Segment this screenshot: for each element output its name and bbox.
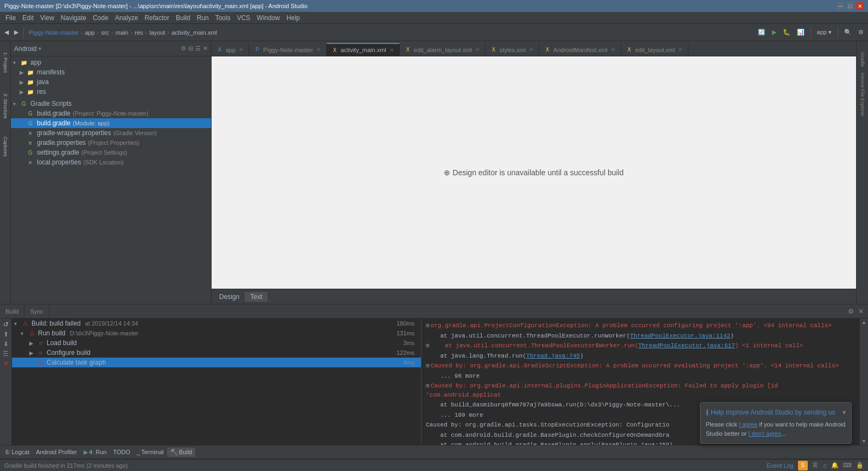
menu-help[interactable]: Help xyxy=(283,12,303,24)
tree-item-gradle-scripts[interactable]: ▾ G Gradle Scripts xyxy=(11,99,211,109)
scroll-up-btn[interactable]: ▲ xyxy=(860,319,868,326)
breadcrumb-item-7[interactable]: activity_main.xml xyxy=(171,29,217,36)
sidebar-captures-tab[interactable]: Captures xyxy=(1,130,10,163)
tab-app-close[interactable]: ✕ xyxy=(238,46,244,53)
tab-edit-alarm[interactable]: X edit_alarm_layout.xml ✕ xyxy=(400,43,486,56)
minimize-button[interactable]: ─ xyxy=(837,2,844,10)
android-profiler-btn[interactable]: Android Profiler xyxy=(33,448,80,456)
close-button[interactable]: ✕ xyxy=(856,2,864,10)
tab-piggy-note-master[interactable]: P Piggy-Note-master ✕ xyxy=(249,43,327,56)
scroll-down-btn[interactable]: ▼ xyxy=(860,437,868,445)
toolbar-sync-btn[interactable]: 🔄 xyxy=(756,26,768,40)
sidebar-project-tab[interactable]: 1: Project xyxy=(1,43,10,81)
tab-activity-main-close[interactable]: ✕ xyxy=(388,47,395,54)
bottom-tab-build[interactable]: Build xyxy=(0,304,24,319)
tab-manifest-icon: X xyxy=(544,46,551,54)
search-btn[interactable]: 🔍 xyxy=(842,26,854,40)
build-filter-icon[interactable]: ☰ xyxy=(3,350,9,358)
tree-item-build-gradle-app[interactable]: G build.gradle (Module: app) xyxy=(11,118,211,128)
tab-edit-layout[interactable]: X edit_layout.xml ✕ xyxy=(621,43,688,56)
tab-piggy-close[interactable]: ✕ xyxy=(315,46,322,53)
tab-android-manifest[interactable]: X AndroidManifest.xml ✕ xyxy=(539,43,621,56)
project-settings-icon[interactable]: ☰ xyxy=(195,45,201,52)
device-file-explorer-btn[interactable]: Device File Explorer xyxy=(860,78,865,111)
tab-alarm-close[interactable]: ✕ xyxy=(474,46,481,53)
maximize-button[interactable]: □ xyxy=(846,2,854,10)
build-tab-label: Build xyxy=(5,308,18,315)
build-item-load-build[interactable]: ▶ ○ Load build 3ms xyxy=(12,338,421,348)
terminal-tab-btn[interactable]: _ Terminal xyxy=(133,448,167,456)
project-sync-icon[interactable]: ⚙ xyxy=(181,45,186,52)
app-selector[interactable]: app ▾ xyxy=(815,26,834,40)
menu-file[interactable]: File xyxy=(2,12,19,24)
tab-app[interactable]: A app ✕ xyxy=(212,43,249,56)
menu-run[interactable]: Run xyxy=(194,12,212,24)
tab-activity-main[interactable]: X activity_main.xml ✕ xyxy=(327,43,400,56)
notification-agree-link[interactable]: I agree xyxy=(739,421,757,428)
menu-refactor[interactable]: Refactor xyxy=(142,12,173,24)
back-button[interactable]: ◀ xyxy=(2,26,11,40)
log-line-2: at java.lang.Thread.run(Thread.java:745) xyxy=(424,351,857,361)
event-log-btn[interactable]: Event Log xyxy=(767,462,794,469)
build-scroll-top-icon[interactable]: ⬆ xyxy=(3,330,9,338)
tree-item-build-gradle-project[interactable]: G build.gradle (Project: Piggy-Note-mast… xyxy=(11,109,211,118)
breadcrumb-item-6[interactable]: layout xyxy=(149,29,165,36)
build-item-run-build[interactable]: ▾ ⚠ Run build D:\dx3\Piggy-Note-master 1… xyxy=(12,328,421,338)
tab-styles-close[interactable]: ✕ xyxy=(528,46,534,53)
breadcrumb-item-1[interactable]: Piggy-Note-master xyxy=(29,29,79,36)
toolbar-debug-btn[interactable]: 🐛 xyxy=(781,26,793,40)
project-collapse-icon[interactable]: ⊟ xyxy=(188,45,193,52)
tree-item-java[interactable]: ▶ 📁 java xyxy=(11,77,211,87)
bottom-close-icon[interactable]: ✕ xyxy=(857,307,865,316)
build-item-failed[interactable]: ▾ ⚠ Build: build failed at 2019/12/14 14… xyxy=(12,319,421,328)
design-tab-design[interactable]: Design xyxy=(214,292,245,302)
build-scroll-bottom-icon[interactable]: ⬇ xyxy=(3,340,9,348)
tree-item-gradle-props[interactable]: ≡ gradle.properties (Project Properties) xyxy=(11,138,211,148)
tab-manifest-close[interactable]: ✕ xyxy=(610,46,616,53)
build-item-configure-build[interactable]: ▶ ○ Configure build 122ms xyxy=(12,348,421,358)
menu-window[interactable]: Window xyxy=(253,12,283,24)
toolbar-profile-btn[interactable]: 📊 xyxy=(795,26,807,40)
menu-view[interactable]: View xyxy=(37,12,58,24)
build-tab-bottom-btn[interactable]: 🔨 Build xyxy=(167,448,195,457)
notification-close-icon[interactable]: ▾ xyxy=(843,409,846,416)
tree-item-gradle-wrapper[interactable]: ≡ gradle-wrapper.properties (Gradle Vers… xyxy=(11,128,211,138)
tree-item-app[interactable]: ▾ 📁 app xyxy=(11,58,211,67)
tabs-bar: A app ✕ P Piggy-Note-master ✕ X activity… xyxy=(212,41,856,56)
menu-code[interactable]: Code xyxy=(90,12,112,24)
tree-item-local-props[interactable]: ≡ local.properties (SDK Location) xyxy=(11,157,211,167)
toolbar-run-btn[interactable]: ▶ xyxy=(770,26,778,40)
bottom-settings-icon[interactable]: ⚙ xyxy=(847,307,855,316)
gradle-panel-btn[interactable]: Gradle xyxy=(860,43,865,76)
bottom-tab-sync[interactable]: Sync xyxy=(24,304,49,319)
breadcrumb-item-5[interactable]: res xyxy=(135,29,143,36)
project-close-icon[interactable]: ✕ xyxy=(203,45,208,52)
tab-styles[interactable]: X styles.xml ✕ xyxy=(486,43,539,56)
notification-disagree-link[interactable]: I don't agree xyxy=(748,430,781,437)
menu-analyze[interactable]: Analyze xyxy=(112,12,142,24)
todo-tab-btn[interactable]: TODO xyxy=(110,448,133,456)
tree-item-res[interactable]: ▶ 📁 res xyxy=(11,87,211,97)
breadcrumb-item-4[interactable]: main xyxy=(116,29,129,36)
forward-button[interactable]: ▶ xyxy=(12,26,21,40)
settings-btn[interactable]: ⚙ xyxy=(856,26,866,40)
tree-item-manifests[interactable]: ▶ 📁 manifests xyxy=(11,67,211,77)
menu-build[interactable]: Build xyxy=(173,12,194,24)
build-error-icon[interactable]: ✕ xyxy=(3,360,9,367)
build-restart-icon[interactable]: ↺ xyxy=(3,321,9,328)
menu-edit[interactable]: Edit xyxy=(19,12,37,24)
build-item-calculate-task[interactable]: ⚠ Calculate task graph 4ms xyxy=(12,358,421,367)
menu-navigate[interactable]: Navigate xyxy=(58,12,90,24)
breadcrumb-item-3[interactable]: src xyxy=(101,29,109,36)
run-tab-btn[interactable]: ▶ 4: Run xyxy=(80,448,110,457)
design-tab-text[interactable]: Text xyxy=(245,292,267,302)
tab-edit-layout-close[interactable]: ✕ xyxy=(677,46,684,53)
gradle-icon-app: G xyxy=(26,119,35,127)
menu-vcs[interactable]: VCS xyxy=(234,12,254,24)
project-dropdown-icon[interactable]: ▾ xyxy=(39,46,41,52)
sidebar-structure-tab[interactable]: 3: Structure xyxy=(1,87,10,125)
logcat-tab-btn[interactable]: 6: Logcat xyxy=(2,448,33,456)
menu-tools[interactable]: Tools xyxy=(212,12,234,24)
breadcrumb-item-2[interactable]: app xyxy=(85,29,94,36)
tree-item-settings-gradle[interactable]: G settings.gradle (Project Settings) xyxy=(11,148,211,157)
